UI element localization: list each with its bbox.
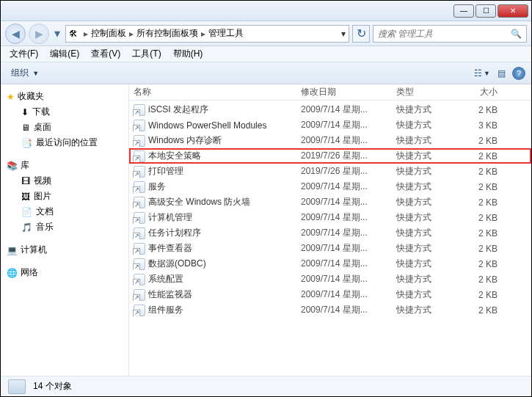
cell-size: 2 KB <box>458 197 502 208</box>
close-button[interactable]: ✕ <box>498 4 528 18</box>
back-button[interactable]: ◀ <box>5 23 26 44</box>
table-row[interactable]: 任务计划程序2009/7/14 星期...快捷方式2 KB <box>129 225 531 241</box>
cell-size: 2 KB <box>458 228 502 238</box>
cell-size: 2 KB <box>458 182 502 192</box>
shortcut-icon <box>134 212 145 224</box>
cell-type: 快捷方式 <box>392 227 458 239</box>
cell-type: 快捷方式 <box>392 134 458 147</box>
computer-label: 计算机 <box>21 244 47 256</box>
table-row[interactable]: 高级安全 Windows 防火墙2009/7/14 星期...快捷方式2 KB <box>129 194 531 210</box>
menu-help[interactable]: 帮助(H) <box>167 46 209 62</box>
navbar: ◀ ▶ ▾ 🛠 ▸ 控制面板 ▸ 所有控制面板项 ▸ 管理工具 ▾ ↻ 🔍 <box>1 21 531 46</box>
sidebar-item-recent[interactable]: 📑最近访问的位置 <box>1 135 128 150</box>
chevron-right-icon: ▸ <box>201 29 205 39</box>
view-mode-button[interactable]: ☷ ▼ <box>474 66 490 81</box>
cell-date: 2009/7/14 星期... <box>296 134 392 147</box>
organize-label: 组织 <box>11 68 29 78</box>
cell-name: iSCSI 发起程序 <box>129 103 296 116</box>
menu-tools[interactable]: 工具(T) <box>126 46 167 62</box>
search-input[interactable] <box>378 29 511 39</box>
menu-edit[interactable]: 编辑(E) <box>44 46 85 62</box>
network-header[interactable]: 🌐网络 <box>1 265 128 280</box>
history-dropdown[interactable]: ▾ <box>52 26 62 40</box>
sidebar-item-label: 音乐 <box>36 221 54 233</box>
shortcut-icon <box>134 289 145 301</box>
folder-icon: 🛠 <box>69 29 78 39</box>
cell-name: 打印管理 <box>129 165 296 178</box>
sidebar-item-desktop[interactable]: 🖥桌面 <box>1 120 128 135</box>
favorites-header[interactable]: ★收藏夹 <box>1 89 128 104</box>
help-button[interactable]: ? <box>512 67 525 80</box>
table-row[interactable]: 系统配置2009/7/14 星期...快捷方式2 KB <box>129 272 531 287</box>
file-name: 任务计划程序 <box>148 227 201 239</box>
table-row[interactable]: 服务2009/7/14 星期...快捷方式2 KB <box>129 179 531 194</box>
table-row[interactable]: Windows PowerShell Modules2009/7/14 星期..… <box>129 117 531 133</box>
table-row[interactable]: 计算机管理2009/7/14 星期...快捷方式2 KB <box>129 210 531 225</box>
address-bar[interactable]: 🛠 ▸ 控制面板 ▸ 所有控制面板项 ▸ 管理工具 ▾ <box>65 25 349 43</box>
cell-size: 2 KB <box>458 259 502 269</box>
cell-size: 2 KB <box>458 151 502 161</box>
forward-button[interactable]: ▶ <box>29 23 49 44</box>
file-name: 事件查看器 <box>148 242 192 255</box>
table-row[interactable]: 事件查看器2009/7/14 星期...快捷方式2 KB <box>129 241 531 256</box>
column-name[interactable]: 名称 <box>129 86 296 98</box>
cell-type: 快捷方式 <box>392 273 458 285</box>
table-row[interactable]: 性能监视器2009/7/14 星期...快捷方式2 KB <box>129 287 531 302</box>
column-type[interactable]: 类型 <box>392 86 458 98</box>
maximize-button[interactable]: ☐ <box>475 4 496 18</box>
cell-date: 2009/7/14 星期... <box>296 304 392 316</box>
address-dropdown[interactable]: ▾ <box>341 29 346 39</box>
toolbar: 组织 ▼ ☷ ▼ ▤ ? <box>1 62 531 84</box>
network-icon: 🌐 <box>7 268 18 278</box>
shortcut-icon <box>134 120 145 131</box>
table-row[interactable]: Windows 内存诊断2009/7/14 星期...快捷方式2 KB <box>129 133 531 148</box>
cell-date: 2009/7/14 星期... <box>296 258 392 270</box>
cell-date: 2009/7/14 星期... <box>296 227 392 239</box>
search-icon[interactable]: 🔍 <box>511 29 522 39</box>
status-count: 14 个对象 <box>33 380 72 393</box>
column-date[interactable]: 修改日期 <box>296 86 392 98</box>
menu-view[interactable]: 查看(V) <box>85 46 126 62</box>
sidebar-item-music[interactable]: 🎵音乐 <box>1 219 128 235</box>
table-row[interactable]: iSCSI 发起程序2009/7/14 星期...快捷方式2 KB <box>129 102 531 117</box>
column-size[interactable]: 大小 <box>458 86 502 98</box>
toolbar-right: ☷ ▼ ▤ ? <box>474 66 525 81</box>
sidebar-item-videos[interactable]: 🎞视频 <box>1 173 128 189</box>
breadcrumb-0[interactable]: 控制面板 <box>91 27 126 40</box>
cell-date: 2009/7/14 星期... <box>296 211 392 224</box>
cell-size: 2 KB <box>458 244 502 254</box>
preview-pane-button[interactable]: ▤ <box>493 66 509 81</box>
computer-header[interactable]: 💻计算机 <box>1 242 128 258</box>
menu-file[interactable]: 文件(F) <box>4 46 44 62</box>
table-row[interactable]: 打印管理2019/7/26 星期...快捷方式2 KB <box>129 164 531 179</box>
refresh-button[interactable]: ↻ <box>352 25 370 43</box>
breadcrumb-1[interactable]: 所有控制面板项 <box>136 27 198 40</box>
cell-type: 快捷方式 <box>392 258 458 270</box>
cell-type: 快捷方式 <box>392 304 458 316</box>
cell-name: 性能监视器 <box>129 288 296 301</box>
network-group: 🌐网络 <box>1 265 128 280</box>
chevron-down-icon: ▼ <box>32 70 39 77</box>
document-icon: 📄 <box>21 207 32 217</box>
table-row[interactable]: 数据源(ODBC)2009/7/14 星期...快捷方式2 KB <box>129 256 531 272</box>
file-name: 高级安全 Windows 防火墙 <box>148 196 250 208</box>
minimize-button[interactable]: — <box>453 4 474 18</box>
shortcut-icon <box>134 274 145 285</box>
sidebar-item-label: 图片 <box>34 190 51 203</box>
cell-date: 2019/7/26 星期... <box>296 150 392 162</box>
sidebar-item-pictures[interactable]: 🖼图片 <box>1 189 128 204</box>
sidebar-item-downloads[interactable]: ⬇下载 <box>1 104 128 120</box>
search-box[interactable]: 🔍 <box>373 25 527 43</box>
sidebar-item-documents[interactable]: 📄文档 <box>1 204 128 219</box>
table-row[interactable]: 本地安全策略2019/7/26 星期...快捷方式2 KB <box>129 148 531 164</box>
table-row[interactable]: 组件服务2009/7/14 星期...快捷方式2 KB <box>129 302 531 318</box>
cell-date: 2009/7/14 星期... <box>296 196 392 208</box>
cell-name: 高级安全 Windows 防火墙 <box>129 196 296 208</box>
libraries-header[interactable]: 📚库 <box>1 158 128 173</box>
libraries-label: 库 <box>21 159 29 172</box>
cell-name: 系统配置 <box>129 273 296 285</box>
download-icon: ⬇ <box>21 107 29 117</box>
breadcrumb-2[interactable]: 管理工具 <box>208 27 244 40</box>
organize-button[interactable]: 组织 ▼ <box>7 65 43 81</box>
cell-type: 快捷方式 <box>392 165 458 178</box>
